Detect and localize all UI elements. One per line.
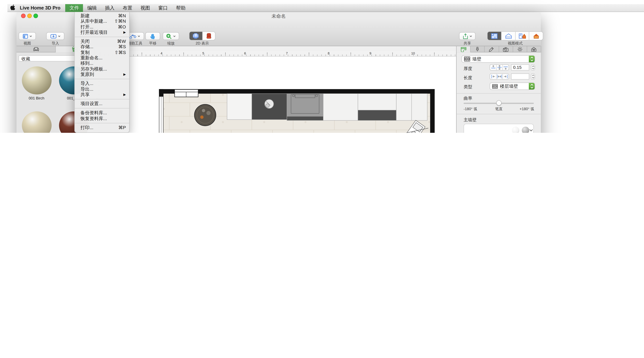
length-stepper[interactable] <box>531 74 535 80</box>
menubar: Live Home 3D Pro 文件编辑插入布置视图窗口帮助 <box>8 4 644 12</box>
thickness-label: 厚度 <box>464 66 472 72</box>
menu-item[interactable]: 恢复资料库... <box>75 116 129 121</box>
spline-tool-icon <box>130 33 136 39</box>
wall-type-value: 楼层墙壁 <box>500 83 518 89</box>
sun-icon <box>517 47 522 52</box>
ruler-horizontal: 45678910 <box>100 51 456 56</box>
material-sphere <box>22 112 52 133</box>
arc-negative-label: -180° 弧 <box>464 106 477 112</box>
menu-item[interactable]: 项目设置... <box>75 101 129 107</box>
thickness-stepper[interactable] <box>531 64 535 70</box>
pan-tool-button[interactable] <box>145 32 160 40</box>
menubar-items: 文件编辑插入布置视图窗口帮助 <box>65 4 190 12</box>
menu-item[interactable]: 从库中新建...⇧⌘N <box>75 19 129 24</box>
tab-materials-paint[interactable] <box>470 46 485 52</box>
menu-item[interactable]: 移到... <box>75 61 129 66</box>
wall-type-dropdown[interactable]: 楼层墙壁 <box>490 82 535 90</box>
menubar-item[interactable]: 帮助 <box>172 4 190 12</box>
thickness-input[interactable]: 0.15 <box>511 64 529 70</box>
menu-item[interactable]: 重新命名... <box>75 55 129 61</box>
camera-icon <box>503 47 509 52</box>
menubar-item[interactable]: 插入 <box>101 4 118 12</box>
thickness-align-bottom[interactable] <box>502 65 508 70</box>
tab-object-properties[interactable] <box>456 46 470 52</box>
menubar-item[interactable]: 窗口 <box>154 4 172 12</box>
floorplan-drawing[interactable] <box>159 89 435 133</box>
material-sphere-white <box>512 127 520 133</box>
wall-type-label: 类型 <box>464 84 472 90</box>
paintbrush-icon <box>475 47 480 52</box>
representation-2d-label: 2D 表示 <box>189 41 216 46</box>
object-type-dropdown[interactable]: 墙壁 <box>462 55 535 63</box>
main-wall-label: 主墙壁 <box>464 117 476 123</box>
ruler-number: 5 <box>202 52 204 55</box>
material-item[interactable]: 001 Birch <box>18 64 55 100</box>
apple-menu-icon[interactable] <box>8 4 18 11</box>
length-input[interactable] <box>511 74 529 80</box>
view-tool-button[interactable] <box>18 32 36 40</box>
menu-item[interactable]: 存储...⌘S <box>75 44 129 50</box>
app-name[interactable]: Live Home 3D Pro <box>18 5 66 10</box>
view-mode-3d-segment[interactable] <box>529 32 543 40</box>
menu-item[interactable]: 共享▶ <box>75 92 129 98</box>
material-item[interactable]: 01_Kalei...ornament <box>18 109 55 133</box>
menubar-item[interactable]: 编辑 <box>83 4 101 12</box>
menu-item[interactable]: 复制⇧⌘S <box>75 50 129 56</box>
tab-building[interactable] <box>527 46 541 52</box>
menu-separator <box>75 99 129 100</box>
tab-lighting[interactable] <box>513 46 527 52</box>
menu-separator <box>75 37 129 37</box>
tab-edit-pencil[interactable] <box>485 46 499 52</box>
plan-canvas[interactable]: 45678910 28272625 i <box>95 46 456 133</box>
menu-item[interactable]: 导入... <box>75 81 129 86</box>
menubar-item[interactable]: 视图 <box>136 4 154 12</box>
import-button[interactable] <box>46 32 64 40</box>
thickness-align-top[interactable] <box>490 65 496 70</box>
material-name: 001 Birch <box>18 96 55 100</box>
dropdown-stepper <box>529 56 534 62</box>
menu-item[interactable]: 复原到▶ <box>75 72 129 77</box>
length-align-both[interactable] <box>496 74 502 79</box>
menubar-item[interactable]: 文件 <box>65 4 83 12</box>
menu-item[interactable]: 关闭⌘W <box>75 39 129 44</box>
house-3d-icon <box>532 33 540 39</box>
menu-item[interactable]: 另存为模板... <box>75 66 129 72</box>
ruler-number: 4 <box>160 52 162 55</box>
rep-2d-selected-segment[interactable] <box>190 32 202 40</box>
view-mode-elevation-segment[interactable] <box>501 32 515 40</box>
menu-item[interactable]: 打开...⌘O <box>75 24 129 30</box>
menu-item[interactable]: 打印...⌘P <box>75 125 129 130</box>
share-button[interactable] <box>459 32 476 40</box>
material-sphere <box>22 66 52 94</box>
length-align-end[interactable] <box>502 74 508 79</box>
ruler-number: 7 <box>286 52 288 55</box>
view-mode-floorplan-segment[interactable] <box>488 32 501 40</box>
curvature-slider-thumb[interactable] <box>496 100 502 106</box>
view-mode-split-segment[interactable] <box>515 32 529 40</box>
zoom-tool-button[interactable] <box>163 32 179 40</box>
submenu-arrow-icon: ▶ <box>123 92 126 98</box>
menu-item[interactable]: 打开最近项目▶ <box>75 30 129 35</box>
house-icon <box>531 47 537 52</box>
chevron-down-icon <box>29 34 32 38</box>
brick-wall-icon <box>464 56 470 61</box>
ruler-number: 10 <box>411 52 415 55</box>
menu-item[interactable]: 导出... <box>75 86 129 92</box>
view-tool-label: 视图 <box>18 41 36 46</box>
menubar-item[interactable]: 布置 <box>118 4 136 12</box>
rep-3d-segment[interactable] <box>202 32 215 40</box>
tab-camera[interactable] <box>499 46 513 52</box>
share-icon <box>462 33 468 39</box>
thickness-align-center[interactable] <box>496 65 502 70</box>
length-align-start[interactable] <box>490 74 496 79</box>
tab-furniture[interactable] <box>16 46 56 52</box>
menu-item[interactable]: 新建⌘N <box>75 13 129 19</box>
object-type-value: 墙壁 <box>472 56 481 62</box>
length-label: 长度 <box>464 75 472 81</box>
menu-item[interactable]: 备份资料库... <box>75 110 129 116</box>
main-wall-material-well[interactable] <box>464 124 534 133</box>
armchair-icon <box>32 47 40 52</box>
ruler-number: 9 <box>370 52 371 55</box>
menu-separator <box>75 79 129 80</box>
view-mode-label: 视图模式 <box>487 41 543 46</box>
